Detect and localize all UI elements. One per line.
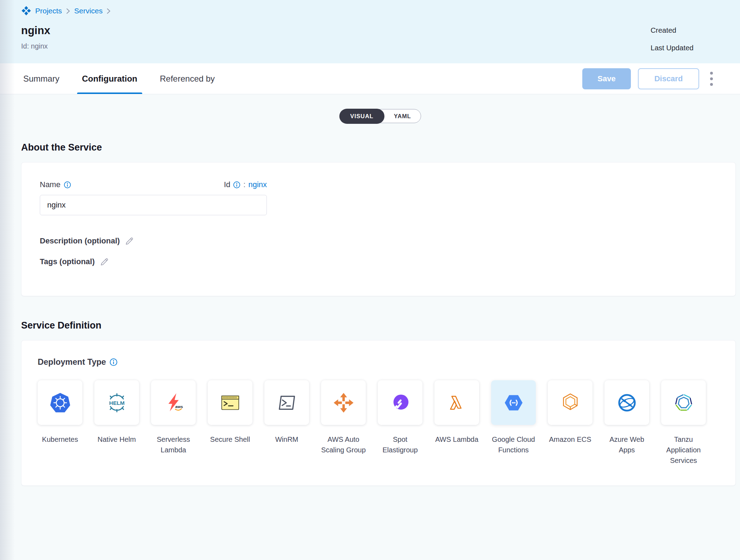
deployment-type-item: Spot Elastigroup bbox=[378, 380, 422, 455]
svg-text:HELM: HELM bbox=[109, 400, 125, 406]
name-label: Name bbox=[40, 180, 61, 189]
breadcrumb-services[interactable]: Services bbox=[74, 7, 103, 15]
deployment-type-label: Deployment Type bbox=[38, 357, 106, 367]
deployment-type-item: Kubernetes bbox=[38, 380, 82, 445]
aws-auto-scaling-icon bbox=[333, 392, 355, 414]
tabs: Summary Configuration Referenced by bbox=[21, 63, 217, 94]
spot-elastigroup-icon bbox=[389, 392, 411, 414]
main-content: VISUAL YAML About the Service Name Id : … bbox=[0, 94, 740, 486]
google-cloud-functions-icon bbox=[503, 392, 525, 414]
service-id-line: Id: nginx bbox=[21, 42, 740, 50]
description-label: Description (optional) bbox=[40, 236, 120, 246]
deployment-type-aws-auto-scaling[interactable] bbox=[321, 380, 366, 425]
winrm-icon bbox=[276, 392, 298, 414]
projects-logo-icon[interactable] bbox=[21, 6, 31, 16]
about-service-heading: About the Service bbox=[21, 142, 740, 153]
deployment-type-item: Secure Shell bbox=[208, 380, 252, 445]
deployment-type-serverless-lambda[interactable]: aws bbox=[151, 380, 196, 425]
deployment-type-item: Tanzu Application Services bbox=[661, 380, 706, 466]
toggle-visual[interactable]: VISUAL bbox=[339, 109, 384, 124]
deployment-type-aws-lambda[interactable] bbox=[434, 380, 479, 425]
tab-summary[interactable]: Summary bbox=[21, 63, 62, 94]
info-icon[interactable] bbox=[64, 181, 71, 189]
more-options-icon[interactable] bbox=[708, 70, 715, 88]
deployment-type-tanzu[interactable] bbox=[661, 380, 706, 425]
deployment-type-item: Azure Web Apps bbox=[604, 380, 649, 455]
deployment-type-item: AWS Lambda bbox=[434, 380, 479, 445]
deployment-type-kubernetes[interactable] bbox=[38, 380, 82, 425]
description-row: Description (optional) bbox=[40, 236, 735, 246]
toggle-yaml[interactable]: YAML bbox=[384, 109, 421, 123]
service-definition-card: Deployment Type Kubernetes HELM bbox=[21, 340, 736, 486]
edit-icon[interactable] bbox=[100, 257, 109, 266]
deployment-type-azure-web-apps[interactable] bbox=[604, 380, 649, 425]
service-name-input[interactable] bbox=[40, 195, 267, 215]
breadcrumb-projects[interactable]: Projects bbox=[35, 7, 62, 15]
deployment-type-item: Amazon ECS bbox=[548, 380, 592, 445]
svg-text:aws: aws bbox=[175, 404, 183, 408]
id-colon: : bbox=[243, 180, 245, 189]
deployment-type-winrm[interactable] bbox=[264, 380, 309, 425]
azure-web-apps-icon bbox=[616, 392, 638, 414]
page-header: Projects Services nginx Id: nginx Create… bbox=[0, 0, 740, 63]
deployment-type-spot-elastigroup[interactable] bbox=[378, 380, 422, 425]
deployment-type-secure-shell[interactable] bbox=[208, 380, 252, 425]
amazon-ecs-icon bbox=[559, 392, 581, 414]
tab-actions: Save Discard bbox=[582, 63, 715, 94]
id-chip: Id : nginx bbox=[224, 180, 267, 189]
deployment-type-native-helm[interactable]: HELM bbox=[94, 380, 139, 425]
chevron-right-icon bbox=[66, 8, 70, 14]
deployment-type-item: WinRM bbox=[264, 380, 309, 445]
tab-bar: Summary Configuration Referenced by Save… bbox=[0, 63, 740, 94]
header-meta: Created Last Updated bbox=[651, 26, 694, 61]
id-label: Id bbox=[224, 180, 230, 189]
id-value-link[interactable]: nginx bbox=[248, 180, 267, 189]
discard-button[interactable]: Discard bbox=[638, 68, 699, 89]
created-label: Created bbox=[651, 26, 694, 34]
serverless-lambda-icon: aws bbox=[163, 392, 184, 414]
deployment-type-item: HELM Native Helm bbox=[94, 380, 139, 445]
chevron-right-icon bbox=[106, 8, 111, 14]
name-label-wrap: Name bbox=[40, 180, 71, 189]
deployment-type-label-wrap: Deployment Type bbox=[38, 357, 735, 367]
breadcrumb: Projects Services bbox=[21, 6, 740, 16]
secure-shell-icon bbox=[219, 392, 241, 414]
last-updated-label: Last Updated bbox=[651, 44, 694, 52]
visual-yaml-toggle: VISUAL YAML bbox=[339, 109, 421, 123]
deployment-type-item: aws Serverless Lambda bbox=[151, 380, 196, 455]
deployment-type-item: Google Cloud Functions bbox=[491, 380, 536, 455]
view-toggle-wrap: VISUAL YAML bbox=[0, 94, 740, 123]
tab-referenced-by[interactable]: Referenced by bbox=[158, 63, 217, 94]
info-icon[interactable] bbox=[233, 181, 240, 189]
about-service-card: Name Id : nginx Description (optional) bbox=[21, 162, 736, 296]
tab-configuration[interactable]: Configuration bbox=[80, 63, 139, 94]
tags-label: Tags (optional) bbox=[40, 257, 95, 266]
kubernetes-icon bbox=[49, 392, 71, 414]
save-button[interactable]: Save bbox=[582, 68, 631, 89]
deployment-type-amazon-ecs[interactable] bbox=[548, 380, 592, 425]
tanzu-icon bbox=[673, 392, 695, 414]
deployment-type-grid: Kubernetes HELM Native Helm aws Serverle… bbox=[38, 380, 735, 466]
info-icon[interactable] bbox=[109, 358, 118, 366]
native-helm-icon: HELM bbox=[106, 392, 128, 414]
edit-icon[interactable] bbox=[125, 236, 134, 246]
name-row: Name Id : nginx bbox=[40, 180, 267, 189]
page-title: nginx bbox=[21, 24, 740, 37]
aws-lambda-icon bbox=[446, 392, 468, 414]
deployment-type-item: AWS Auto Scaling Group bbox=[321, 380, 366, 455]
tags-row: Tags (optional) bbox=[40, 257, 735, 266]
deployment-type-google-cloud-functions[interactable] bbox=[491, 380, 536, 425]
service-definition-heading: Service Definition bbox=[21, 320, 740, 331]
